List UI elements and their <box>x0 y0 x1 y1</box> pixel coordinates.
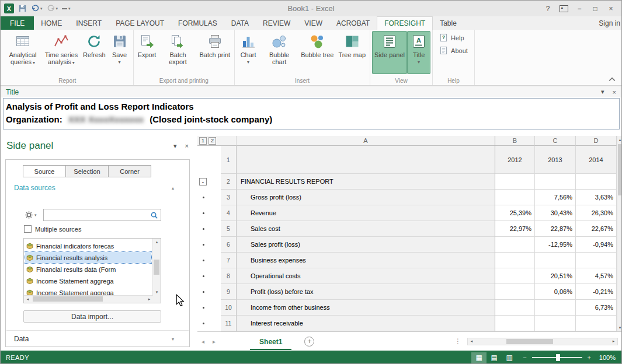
chart-button[interactable]: Chart▾ <box>237 31 260 74</box>
export-button[interactable]: Export <box>135 31 159 74</box>
tab-page-layout[interactable]: PAGE LAYOUT <box>109 16 171 30</box>
sheet-tab-sheet1[interactable]: Sheet1 <box>250 333 291 350</box>
cell-D6[interactable]: -0,94% <box>576 237 617 253</box>
cell-A4[interactable]: Revenue <box>237 205 495 221</box>
cell-C8[interactable]: 20,51% <box>535 268 576 284</box>
tab-source[interactable]: Source <box>23 165 66 177</box>
tab-insert[interactable]: INSERT <box>69 16 109 30</box>
cell-B2[interactable] <box>495 174 535 190</box>
cell-B11[interactable] <box>495 316 535 331</box>
cell-B5[interactable]: 22,97% <box>495 221 535 237</box>
qat-undo-button[interactable]: ▾ <box>31 4 43 13</box>
page-layout-view-button[interactable]: ▤ <box>487 352 502 363</box>
row-header-7[interactable]: 7 <box>221 253 237 268</box>
worksheet-horizontal-scrollbar[interactable]: ◂ ▸ <box>467 338 618 345</box>
tab-data[interactable]: DATA <box>224 16 256 30</box>
tree-map-button[interactable]: Tree map <box>336 31 368 74</box>
cell-D5[interactable]: 22,67% <box>576 221 617 237</box>
cell-D4[interactable]: 26,30% <box>576 205 617 221</box>
cell-C9[interactable]: 0,06% <box>535 284 576 300</box>
data-sources-section-label[interactable]: Data sources <box>14 184 55 192</box>
sign-in-link[interactable]: Sign in <box>599 16 621 30</box>
cell-C2[interactable] <box>535 174 576 190</box>
search-icon[interactable] <box>150 211 158 219</box>
cell-C5[interactable]: 22,87% <box>535 221 576 237</box>
qat-save-button[interactable] <box>18 4 27 13</box>
redo-caret-icon[interactable]: ▾ <box>56 6 58 10</box>
tab-selection[interactable]: Selection <box>65 165 109 177</box>
time-series-analysis-button[interactable]: Time series analysis▾ <box>42 31 81 74</box>
list-item[interactable]: Income Statement aggrega <box>25 275 151 286</box>
undo-caret-icon[interactable]: ▾ <box>40 6 43 10</box>
title-toggle-button[interactable]: A Title▾ <box>407 31 430 74</box>
sheet-nav-left-icon[interactable]: ◂ <box>197 338 209 345</box>
collapse-ribbon-button[interactable] <box>609 77 616 82</box>
tab-table[interactable]: Table <box>433 16 464 30</box>
column-header-a[interactable]: A <box>237 136 495 146</box>
scrollbar-thumb[interactable] <box>618 144 621 195</box>
multiple-sources-option[interactable]: Multiple sources <box>24 225 81 233</box>
cell-A11[interactable]: Interest receivable <box>237 316 495 331</box>
maximize-button[interactable]: □ <box>588 3 602 15</box>
side-panel-menu-icon[interactable]: ▾ <box>173 142 177 150</box>
row-header-5[interactable]: 5 <box>221 221 237 237</box>
cell-B9[interactable] <box>495 284 535 300</box>
cell-C6[interactable]: -12,95% <box>535 237 576 253</box>
cell-D2[interactable] <box>576 174 617 190</box>
cell-D3[interactable]: 3,63% <box>576 190 617 205</box>
list-item[interactable]: Financial results data (Form <box>25 264 151 275</box>
list-item[interactable]: Financial indicators forecas <box>25 240 151 251</box>
cell-B8[interactable] <box>495 268 535 284</box>
side-panel-close-icon[interactable]: × <box>185 142 189 149</box>
minimize-button[interactable]: − <box>572 3 586 15</box>
page-break-view-button[interactable]: ▥ <box>502 352 517 363</box>
new-sheet-button[interactable]: + <box>304 337 314 346</box>
cell-A6[interactable]: Sales profit (loss) <box>237 237 495 253</box>
cell-D1[interactable]: 2014 <box>576 146 617 174</box>
help-ribbon-button[interactable]: ? Help <box>439 33 464 42</box>
excel-logo-icon[interactable]: X <box>4 4 14 13</box>
tab-home[interactable]: HOME <box>34 16 69 30</box>
zoom-slider[interactable]: − + <box>523 354 591 361</box>
scroll-down-icon[interactable]: ▾ <box>617 324 621 331</box>
row-header-6[interactable]: 6 <box>221 237 237 253</box>
cell-A8[interactable]: Operational costs <box>237 268 495 284</box>
column-header-c[interactable]: C <box>535 136 576 146</box>
cell-B10[interactable] <box>495 300 535 316</box>
tab-file[interactable]: FILE <box>1 16 34 30</box>
cell-A5[interactable]: Sales cost <box>237 221 495 237</box>
list-horizontal-scrollbar[interactable]: ◂ ▸ <box>24 295 153 303</box>
sheet-nav-right-icon[interactable]: ▸ <box>209 338 220 345</box>
batch-export-button[interactable]: Batch export <box>159 31 197 74</box>
worksheet-vertical-scrollbar[interactable]: ▴ ▾ <box>617 136 621 331</box>
analytical-queries-button[interactable]: Analytical queries▾ <box>4 31 42 74</box>
list-item-selected[interactable]: Financial results analysis <box>25 252 151 263</box>
tab-review[interactable]: REVIEW <box>256 16 297 30</box>
cell-C3[interactable]: 7,56% <box>535 190 576 205</box>
scroll-right-icon[interactable]: ▸ <box>145 296 153 303</box>
cell-B3[interactable] <box>495 190 535 205</box>
row-header-2[interactable]: 2 <box>221 174 237 190</box>
column-header-d[interactable]: D <box>576 136 617 146</box>
data-sources-collapse-icon[interactable]: ▴ <box>172 186 174 191</box>
scroll-left-icon[interactable]: ◂ <box>468 338 475 345</box>
row-header-9[interactable]: 9 <box>221 284 237 300</box>
scroll-left-icon[interactable]: ◂ <box>24 296 32 303</box>
scrollbar-thumb[interactable] <box>154 260 159 275</box>
collapse-row-group-button[interactable]: - <box>199 178 207 186</box>
row-header-11[interactable]: 11 <box>221 316 237 331</box>
ribbon-display-options-button[interactable]: ▴ <box>557 3 571 15</box>
zoom-in-button[interactable]: + <box>588 354 591 361</box>
cell-C1[interactable]: 2013 <box>535 146 576 174</box>
title-pane-close-icon[interactable]: × <box>613 89 616 96</box>
refresh-button[interactable]: Refresh <box>81 31 108 74</box>
normal-view-button[interactable]: ▦ <box>471 352 487 363</box>
cell-D8[interactable]: 4,57% <box>576 268 617 284</box>
cell-A9[interactable]: Profit (loss) before tax <box>237 284 495 300</box>
bubble-chart-button[interactable]: Bubble chart <box>260 31 298 74</box>
multiple-sources-checkbox[interactable] <box>24 225 32 233</box>
cell-D11[interactable] <box>576 316 617 331</box>
cell-B7[interactable] <box>495 253 535 268</box>
title-pane-menu-icon[interactable]: ▾ <box>601 88 604 96</box>
qat-redo-button[interactable]: ▾ <box>47 4 58 13</box>
